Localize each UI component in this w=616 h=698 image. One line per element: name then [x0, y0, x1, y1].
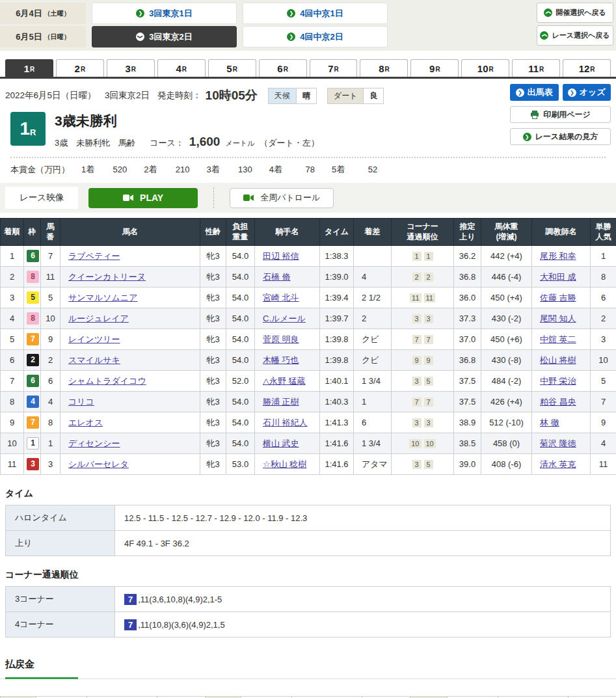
race-tab-11r[interactable]: 11R	[512, 59, 560, 77]
meeting-button[interactable]: ❯4回中京1日	[243, 3, 388, 24]
jockey-link[interactable]: 勝浦 正樹	[263, 397, 299, 407]
race-video-label: レース映像	[5, 187, 78, 209]
horse-name-link[interactable]: スマイルサキ	[68, 355, 120, 365]
corner-positions: 1111	[392, 288, 454, 308]
horse-number: 3	[41, 454, 60, 475]
bracket-badge: 4	[27, 396, 39, 408]
trainer-link[interactable]: 粕谷 昌央	[540, 397, 576, 407]
race-tab-4r[interactable]: 4R	[157, 59, 206, 77]
meeting-button[interactable]: ❯3回東京1日	[92, 3, 237, 24]
prize-amount: 210	[166, 165, 189, 174]
sex-age: 牝3	[200, 412, 226, 433]
jockey-link[interactable]: 菅原 明良	[263, 334, 299, 344]
jockey-link[interactable]: 田辺 裕信	[263, 251, 299, 261]
start-time-value: 10時05分	[206, 87, 258, 104]
patrol-video-button[interactable]: 全周パトロール	[230, 188, 334, 208]
sex-age: 牝3	[200, 371, 226, 392]
finish-position: 8	[1, 392, 24, 412]
trainer-link[interactable]: 佐藤 吉勝	[540, 293, 576, 302]
bracket-cell: 7	[24, 329, 41, 350]
meeting-button[interactable]: ❯3回東京2日	[92, 26, 237, 47]
payout-section-title: 払戻金	[5, 658, 611, 678]
results-column-header: 馬体重 (増減)	[481, 219, 532, 246]
corner-positions: 22	[392, 267, 454, 288]
horse-name-link[interactable]: エレオス	[68, 418, 103, 427]
prize-label: 本賞金（万円）	[10, 164, 70, 176]
sex-age: 牝3	[200, 433, 226, 454]
jockey-link[interactable]: 木幡 巧也	[263, 355, 299, 365]
meeting-button[interactable]: ❯4回中京2日	[243, 26, 388, 47]
corner-position-badge: 9	[412, 356, 422, 365]
result-guide-button[interactable]: ❯ レース結果の見方	[510, 128, 611, 145]
race-tab-1r[interactable]: 1R	[5, 59, 53, 77]
race-tab-6r[interactable]: 6R	[259, 59, 307, 77]
chevron-right-circle-icon: ❯	[287, 9, 295, 18]
horse-name-link[interactable]: レインツリー	[68, 334, 120, 344]
trainer-link[interactable]: 中野 栄治	[540, 376, 576, 386]
horse-weight: 512 (-10)	[481, 412, 532, 433]
odds-button[interactable]: ❯ オッズ	[563, 84, 611, 101]
race-tab-5r[interactable]: 5R	[208, 59, 256, 77]
corner-position-badge: 9	[424, 356, 433, 365]
results-column-header: 着差	[354, 219, 392, 246]
corner-positions: 99	[392, 350, 454, 371]
print-page-label: 印刷用ページ	[543, 109, 591, 120]
corner-position-badge: 7	[424, 397, 433, 407]
horse-name-link[interactable]: シャムトラダイコウ	[68, 376, 146, 386]
corner-position-badge: 2	[412, 273, 422, 282]
horse-name-link[interactable]: ルージュレイア	[68, 314, 129, 323]
patrol-video-label: 全周パトロール	[260, 192, 320, 204]
race-tab-2r[interactable]: 2R	[56, 59, 104, 77]
race-tab-suffix: R	[182, 66, 187, 73]
horse-name-link[interactable]: ラブペティー	[68, 251, 120, 261]
horse-name-link[interactable]: シルバーセレタ	[68, 459, 129, 469]
race-tab-7r[interactable]: 7R	[310, 59, 358, 77]
prize-amount: 130	[229, 165, 252, 174]
horse-name-link[interactable]: ディセンシー	[68, 438, 120, 448]
corner-position-badge: 1	[412, 252, 422, 261]
corner-positions: 33	[392, 308, 454, 329]
play-label: PLAY	[140, 193, 163, 203]
back-to-meeting-select-button[interactable]: ❯ 開催選択へ戻る	[537, 3, 613, 23]
horse-weight: 450 (+4)	[481, 288, 532, 308]
jockey-link[interactable]: 石橋 脩	[263, 272, 291, 282]
trainer-link[interactable]: 林 徹	[540, 418, 559, 427]
trainer-link[interactable]: 尾関 知人	[540, 314, 576, 323]
print-page-button[interactable]: 印刷用ページ	[510, 106, 611, 123]
trainer-link[interactable]: 菊沢 隆徳	[540, 438, 576, 448]
race-tab-12r[interactable]: 12R	[563, 59, 611, 77]
race-tab-suffix: R	[384, 66, 389, 73]
result-row: 766シャムトラダイコウ牝352.0△永野 猛蔵1:40.11 3/43537.…	[1, 371, 616, 392]
date-cell: 6月4日（土曜）	[0, 3, 86, 24]
jockey-link[interactable]: △永野 猛蔵	[263, 376, 306, 386]
finish-position: 10	[1, 433, 24, 454]
trainer-link[interactable]: 尾形 和幸	[540, 251, 576, 261]
horse-name-link[interactable]: サンマルソムニア	[68, 293, 137, 302]
jockey-link[interactable]: C.ルメール	[263, 314, 306, 323]
trainer-link[interactable]: 松山 将樹	[540, 355, 576, 365]
race-tab-suffix: R	[233, 66, 237, 73]
race-tab-suffix: R	[81, 66, 85, 73]
play-button[interactable]: PLAY	[88, 188, 198, 208]
corner-row: 4コーナー7,11(10,8)(3,6)(4,9)2,1,5	[6, 612, 611, 638]
trainer-link[interactable]: 清水 英克	[540, 459, 576, 469]
jockey-link[interactable]: 宮崎 北斗	[263, 293, 299, 302]
printer-icon	[530, 111, 539, 119]
date-label: 6月5日	[16, 31, 42, 43]
race-tab-9r[interactable]: 9R	[410, 59, 459, 77]
entries-button[interactable]: ❯ 出馬表	[510, 84, 559, 101]
jockey-link[interactable]: 横山 武史	[263, 438, 299, 448]
track-condition-value: 良	[363, 88, 383, 103]
race-tab-3r[interactable]: 3R	[107, 59, 155, 77]
finish-position: 3	[1, 288, 24, 308]
trainer-link[interactable]: 中舘 英二	[540, 334, 576, 344]
carried-weight: 54.0	[226, 350, 255, 371]
jockey-link[interactable]: 石川 裕紀人	[263, 418, 308, 427]
race-tab-10r[interactable]: 10R	[461, 59, 509, 77]
trainer-link[interactable]: 大和田 成	[540, 272, 576, 282]
race-tab-8r[interactable]: 8R	[360, 59, 408, 77]
back-to-race-select-button[interactable]: ❯ レース選択へ戻る	[537, 25, 613, 46]
jockey-link[interactable]: ☆秋山 稔樹	[263, 459, 306, 469]
horse-name-link[interactable]: クイーンカトリーヌ	[68, 272, 146, 282]
horse-name-link[interactable]: コリコ	[68, 397, 94, 407]
